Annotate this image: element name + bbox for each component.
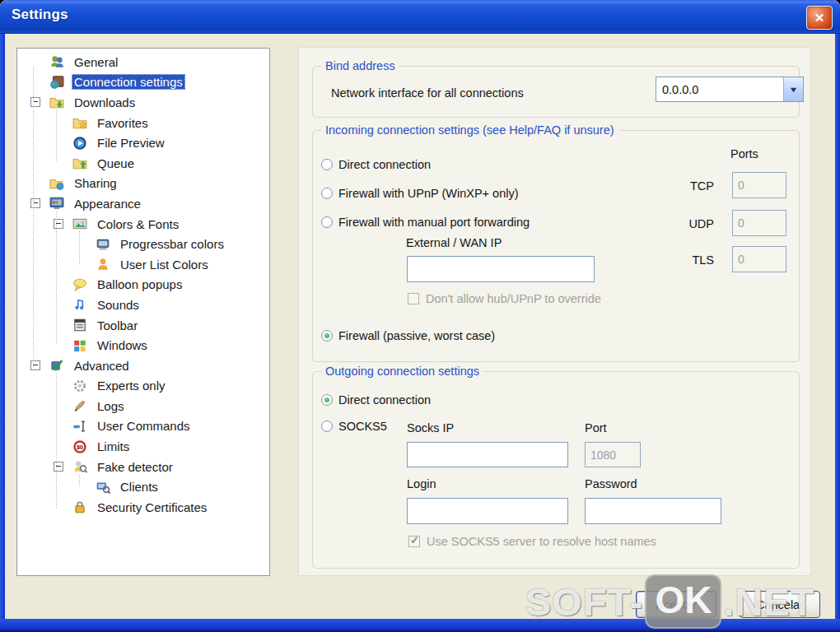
combo-dropdown-button[interactable]: ▼ — [783, 77, 803, 101]
tree-item-label: Downloads — [72, 95, 138, 110]
settings-tree: GeneralConnection settingsDownloadsFavor… — [16, 48, 270, 576]
login-input[interactable] — [407, 498, 568, 524]
tree-item-user-list-colors[interactable]: User List Colors — [17, 254, 269, 275]
lock-icon — [72, 500, 88, 514]
tree-item-downloads[interactable]: Downloads — [17, 92, 269, 113]
tree-item-label: Experts only — [95, 378, 168, 393]
tree-item-logs[interactable]: Logs — [17, 396, 269, 416]
tree-item-security-certificates[interactable]: Security Certificates — [17, 497, 269, 518]
tree-item-progressbar-colors[interactable]: Progressbar colors — [17, 234, 269, 254]
ok-button[interactable]: Aceptar — [636, 591, 716, 618]
tree-item-experts-only[interactable]: Experts only — [17, 376, 269, 397]
external-ip-input[interactable] — [407, 256, 595, 282]
resolve-hostnames-checkbox — [408, 536, 420, 547]
toolbar-icon — [72, 318, 88, 332]
tree-guide-line — [56, 211, 57, 345]
tree-item-advanced[interactable]: Advanced — [17, 356, 269, 376]
tree-guide-line — [79, 475, 80, 486]
password-label: Password — [585, 477, 637, 490]
close-icon: ✕ — [814, 11, 825, 26]
window-border-bottom — [0, 619, 840, 632]
tree-item-label: Security Certificates — [95, 500, 209, 515]
folder-download-icon — [49, 95, 65, 109]
outgoing-settings-group-title: Outgoing connection settings — [321, 365, 483, 378]
tree-item-fake-detector[interactable]: Fake detector — [17, 457, 269, 477]
tree-guide-line — [56, 374, 57, 508]
tree-item-queue[interactable]: Queue — [17, 153, 269, 174]
collapse-minus-icon[interactable] — [30, 97, 40, 107]
radio-socks5[interactable]: SOCKS5 — [321, 420, 387, 433]
tree-guide-line — [33, 67, 34, 367]
resolve-hostnames-checkbox-label: Use SOCKS5 server to resolve host names — [427, 535, 656, 548]
tree-item-general[interactable]: General — [17, 52, 269, 72]
tree-item-colors-fonts[interactable]: Colors & Fonts — [17, 214, 269, 235]
radio-button-icon[interactable] — [321, 216, 333, 228]
tree-item-label: Fake detector — [95, 459, 175, 475]
radio-button-icon[interactable] — [321, 421, 333, 432]
tree-item-user-commands[interactable]: User Commands — [17, 416, 269, 437]
radio-direct-connection-label: Direct connection — [338, 158, 431, 171]
tree-item-label: Toolbar — [95, 318, 140, 333]
tree-item-toolbar[interactable]: Toolbar — [17, 315, 269, 336]
globe-box-icon — [49, 75, 65, 90]
radio-direct-connection[interactable]: Direct connection — [321, 158, 431, 171]
radio-button-icon[interactable] — [321, 330, 333, 342]
watermark-prefix: SOFT- — [525, 579, 643, 625]
check-shield-icon — [49, 358, 65, 373]
network-interface-select[interactable]: 0.0.0.0 ▼ — [656, 77, 804, 102]
collapse-minus-icon[interactable] — [30, 198, 40, 208]
connection-settings-panel: Bind address Network interface for all c… — [298, 47, 811, 576]
window-border-right — [835, 30, 840, 632]
tree-item-balloon-popups[interactable]: Balloon popups — [17, 275, 269, 295]
radio-passive-firewall[interactable]: Firewall (passive, worst case) — [321, 329, 495, 342]
password-input[interactable] — [585, 498, 721, 524]
tree-item-label: User List Colors — [118, 257, 211, 272]
radio-outgoing-direct[interactable]: Direct connection — [321, 393, 431, 407]
collapse-minus-icon[interactable] — [54, 219, 63, 229]
radio-button-icon[interactable] — [321, 159, 333, 170]
ports-heading: Ports — [730, 147, 758, 160]
tree-item-clients[interactable]: Clients — [17, 476, 269, 497]
collapse-minus-icon[interactable] — [54, 462, 63, 472]
tree-guide-line — [56, 110, 57, 162]
monitor-icon — [95, 237, 111, 252]
udp-port-input — [732, 210, 786, 236]
tree-item-label: Sharing — [72, 175, 119, 191]
tree-item-label: Favorites — [95, 115, 151, 131]
tree-item-sharing[interactable]: Sharing — [17, 174, 269, 194]
tree-item-windows[interactable]: Windows — [17, 335, 269, 356]
tree-item-label: Clients — [118, 479, 161, 495]
cancel-button[interactable]: Cancelar — [740, 591, 820, 618]
titlebar[interactable]: Settings ✕ — [0, 0, 840, 34]
tree-item-connection-settings[interactable]: Connection settings — [17, 72, 269, 93]
tree-item-label: Queue — [95, 156, 137, 171]
tree-item-limits[interactable]: 80Limits — [17, 436, 269, 457]
pen-icon — [72, 398, 88, 413]
tree-item-label: Sounds — [95, 297, 142, 313]
tls-port-input — [732, 246, 786, 272]
radio-firewall-upnp[interactable]: Firewall with UPnP (WinXP+ only) — [321, 187, 519, 200]
tree-item-sounds[interactable]: Sounds — [17, 295, 269, 315]
tcp-label: TCP — [681, 179, 714, 193]
tree-item-appearance[interactable]: Appearance — [17, 193, 269, 214]
tree-item-label: Limits — [95, 439, 132, 454]
tree-item-favorites[interactable]: Favorites — [17, 113, 269, 133]
network-interface-label: Network interface for all connections — [331, 86, 524, 100]
incoming-settings-group: Incoming connection settings (see Help/F… — [312, 130, 800, 362]
radio-button-icon[interactable] — [321, 188, 333, 199]
radio-socks5-label: SOCKS5 — [338, 420, 387, 433]
tree-item-file-preview[interactable]: File Preview — [17, 132, 269, 153]
close-button[interactable]: ✕ — [806, 6, 833, 30]
bind-address-group: Bind address Network interface for all c… — [312, 66, 800, 118]
radio-manual-port-forwarding-label: Firewall with manual port forwarding — [338, 216, 530, 229]
settings-window: Settings ✕ GeneralConnection settingsDow… — [0, 0, 840, 632]
outgoing-settings-group: Outgoing connection settings Direct conn… — [312, 371, 800, 569]
tree-item-label: Connection settings — [72, 74, 185, 90]
radio-passive-firewall-label: Firewall (passive, worst case) — [338, 329, 495, 342]
radio-button-icon[interactable] — [321, 394, 333, 406]
radio-manual-port-forwarding[interactable]: Firewall with manual port forwarding — [321, 216, 530, 229]
play-preview-icon — [72, 136, 88, 151]
socks-ip-input[interactable] — [407, 442, 568, 467]
collapse-minus-icon[interactable] — [30, 360, 40, 370]
tree-item-label: File Preview — [95, 135, 167, 151]
